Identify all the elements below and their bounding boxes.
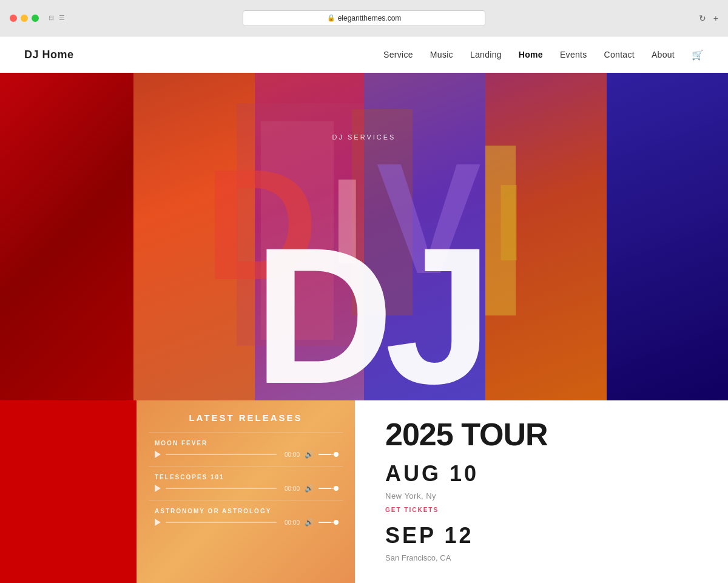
sidebar-icon: ⊟ xyxy=(49,14,54,22)
cart-icon[interactable]: 🛒 xyxy=(692,49,704,61)
hero-dj-text: DJ xyxy=(254,218,484,400)
url-text: elegantthemes.com xyxy=(338,14,402,22)
below-hero: LATEST RELEASES MOON FEVER 00:00 🔊 xyxy=(0,400,728,583)
divi-letter-i2: I xyxy=(493,176,524,269)
nav-item-music[interactable]: Music xyxy=(430,50,453,59)
tour-date-1: AUG 10 xyxy=(385,461,698,487)
tracks-list: MOON FEVER 00:00 🔊 xyxy=(136,432,355,534)
address-bar[interactable]: 🔒 elegantthemes.com xyxy=(243,10,485,26)
time-label-3: 00:00 xyxy=(281,519,300,526)
time-label-2: 00:00 xyxy=(281,485,300,492)
nav-arrows: ⊟ ☰ xyxy=(49,14,65,22)
track-controls-1: 00:00 🔊 xyxy=(155,450,337,459)
play-button-2[interactable] xyxy=(155,485,161,492)
volume-fill-1 xyxy=(318,454,331,455)
volume-slider-2[interactable] xyxy=(318,488,337,489)
main-nav: Service Music Landing Home Events Contac… xyxy=(383,49,704,61)
track-item-3: ASTRONOMY OR ASTROLOGY 00:00 🔊 xyxy=(149,500,343,534)
nav-item-home[interactable]: Home xyxy=(519,50,543,59)
track-item-2: TELESCOPES 101 00:00 🔊 xyxy=(149,466,343,500)
progress-bar-2[interactable] xyxy=(166,488,277,489)
latest-releases-header: LATEST RELEASES xyxy=(136,400,355,432)
track-controls-2: 00:00 🔊 xyxy=(155,484,337,493)
volume-slider-3[interactable] xyxy=(318,522,337,523)
play-button-3[interactable] xyxy=(155,519,161,526)
lock-icon: 🔒 xyxy=(327,14,335,22)
website-content: DJ Home Service Music Landing Home Event… xyxy=(0,36,728,583)
volume-fill-2 xyxy=(318,488,331,489)
progress-bar-3[interactable] xyxy=(166,522,277,523)
close-button[interactable] xyxy=(10,15,17,22)
minimize-button[interactable] xyxy=(21,15,28,22)
play-button-1[interactable] xyxy=(155,451,161,458)
browser-chrome: ⊟ ☰ 🔒 elegantthemes.com ↻ + xyxy=(0,0,728,36)
hero-section: DJ SERVICES D I V I DJ xyxy=(0,73,728,400)
nav-item-landing[interactable]: Landing xyxy=(470,50,502,59)
tour-title: 2025 TOUR xyxy=(385,419,698,450)
track-name-1: MOON FEVER xyxy=(155,440,337,447)
volume-knob-2 xyxy=(334,486,339,491)
volume-icon-1: 🔊 xyxy=(305,450,314,459)
volume-fill-3 xyxy=(318,522,331,523)
latest-releases-title: LATEST RELEASES xyxy=(155,413,337,423)
tour-date-2: SEP 12 xyxy=(385,523,698,548)
tour-location-2: San Francisco, CA xyxy=(385,553,698,562)
red-side xyxy=(0,400,136,583)
new-tab-icon[interactable]: + xyxy=(713,13,718,23)
refresh-icon[interactable]: ↻ xyxy=(699,13,706,23)
volume-slider-1[interactable] xyxy=(318,454,337,455)
track-item-1: MOON FEVER 00:00 🔊 xyxy=(149,432,343,466)
nav-item-about[interactable]: About xyxy=(652,50,675,59)
traffic-lights xyxy=(10,15,39,22)
volume-knob-3 xyxy=(334,520,339,525)
latest-releases-panel: LATEST RELEASES MOON FEVER 00:00 🔊 xyxy=(136,400,355,583)
site-header: DJ Home Service Music Landing Home Event… xyxy=(0,36,728,73)
list-icon: ☰ xyxy=(59,14,65,22)
nav-item-events[interactable]: Events xyxy=(560,50,587,59)
volume-knob-1 xyxy=(334,452,339,457)
track-controls-3: 00:00 🔊 xyxy=(155,518,337,527)
tour-location-1: New York, Ny xyxy=(385,491,698,500)
volume-icon-2: 🔊 xyxy=(305,484,314,493)
track-name-2: TELESCOPES 101 xyxy=(155,474,337,480)
get-tickets-1[interactable]: GET TICKETS xyxy=(385,507,698,513)
nav-item-service[interactable]: Service xyxy=(383,50,413,59)
progress-bar-1[interactable] xyxy=(166,454,277,455)
browser-icons-right: ↻ + xyxy=(699,13,718,23)
tour-section: 2025 TOUR AUG 10 New York, Ny GET TICKET… xyxy=(355,400,728,583)
maximize-button[interactable] xyxy=(32,15,39,22)
site-logo[interactable]: DJ Home xyxy=(24,49,74,61)
nav-item-contact[interactable]: Contact xyxy=(604,50,635,59)
volume-icon-3: 🔊 xyxy=(305,518,314,527)
track-name-3: ASTRONOMY OR ASTROLOGY xyxy=(155,508,337,514)
time-label-1: 00:00 xyxy=(281,451,300,458)
